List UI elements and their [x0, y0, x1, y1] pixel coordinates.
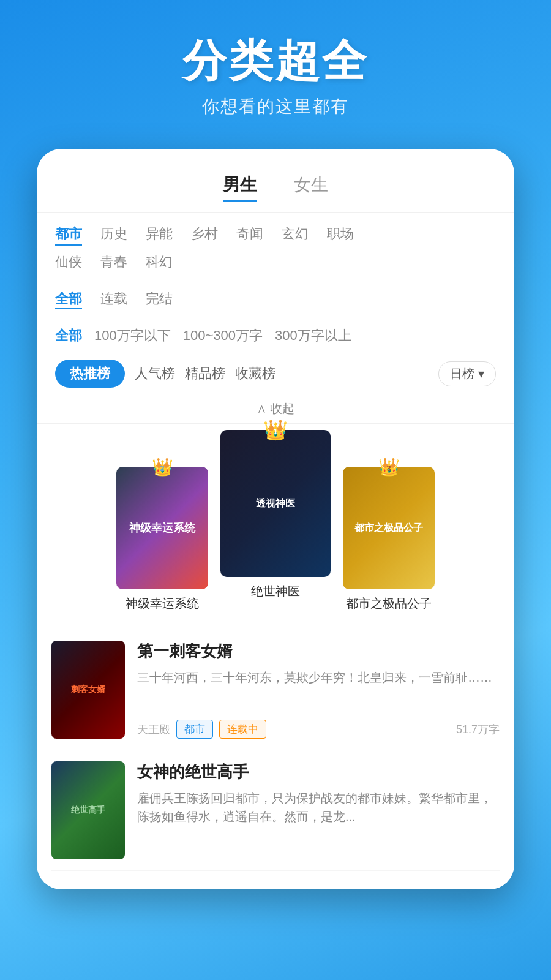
category-row-1: 都市 历史 异能 乡村 奇闻 玄幻 职场 [55, 225, 496, 246]
cat-qingchun[interactable]: 青春 [100, 253, 127, 271]
rank1-badge: 👑 1 [264, 419, 287, 441]
rank-hot[interactable]: 热推榜 [55, 360, 125, 388]
cat-xuanhuan[interactable]: 玄幻 [282, 225, 309, 246]
book-author-1: 天王殿 [137, 722, 170, 737]
rank2-cover: 神级幸运系统 [116, 467, 208, 589]
top3-section: 👑 2 神级幸运系统 神级幸运系统 👑 1 [37, 424, 514, 624]
wc-over300[interactable]: 300万字以上 [275, 326, 351, 345]
tab-female[interactable]: 女生 [294, 173, 328, 202]
wordcount-row: 全部 100万字以下 100~300万字 300万字以上 [55, 326, 496, 345]
rank3-cover: 都市之极品公子 [343, 467, 435, 589]
rank2-badge: 👑 2 [151, 456, 173, 478]
cat-qiwen[interactable]: 奇闻 [236, 225, 263, 246]
rank1-cover: 透视神医 [220, 430, 331, 577]
tab-male[interactable]: 男生 [223, 173, 257, 202]
book-words-1: 51.7万字 [456, 722, 500, 737]
book-title-2: 女神的绝世高手 [137, 761, 500, 783]
category-row-2: 仙侠 青春 科幻 [55, 253, 496, 271]
rank3-badge: 👑 3 [378, 456, 400, 478]
wordcount-section: 全部 100万字以下 100~300万字 300万字以上 [37, 322, 514, 353]
book-item[interactable]: 刺客女婿 第一刺客女婿 三十年河西，三十年河东，莫欺少年穷！北皇归来，一雪前耻…… [51, 630, 500, 750]
wc-100-300[interactable]: 100~300万字 [183, 326, 263, 345]
ranking-section: 热推榜 人气榜 精品榜 收藏榜 日榜 ▾ [37, 353, 514, 394]
top3-rank2-cover-wrap: 👑 2 神级幸运系统 [116, 467, 208, 589]
cat-xiangcun[interactable]: 乡村 [191, 225, 218, 246]
top3-rank3[interactable]: 👑 3 都市之极品公子 都市之极品公子 [343, 467, 435, 611]
category-section: 都市 历史 异能 乡村 奇闻 玄幻 职场 仙侠 青春 科幻 [37, 213, 514, 285]
status-section: 全部 连载 完结 [37, 285, 514, 322]
book-tag-ongoing[interactable]: 连载中 [219, 720, 266, 739]
top3-rank1-cover-wrap: 👑 1 透视神医 [220, 430, 331, 577]
book-meta-1: 天王殿 都市 连载中 51.7万字 [137, 720, 500, 739]
rank-favorites[interactable]: 收藏榜 [235, 360, 276, 388]
chevron-down-icon: ▾ [478, 366, 484, 381]
book-thumb-1: 刺客女婿 [51, 641, 125, 739]
cat-lishi[interactable]: 历史 [100, 225, 127, 246]
gender-tabs: 男生 女生 [37, 167, 514, 213]
book-desc-2: 雇佣兵王陈扬回归都市，只为保护战友的都市妹妹。繁华都市里，陈扬如鱼得水，逍遥自在… [137, 789, 500, 859]
wc-under100[interactable]: 100万字以下 [94, 326, 171, 345]
book-list: 刺客女婿 第一刺客女婿 三十年河西，三十年河东，莫欺少年穷！北皇归来，一雪前耻…… [37, 624, 514, 877]
rank3-title: 都市之极品公子 [346, 595, 432, 611]
cat-yineng[interactable]: 异能 [146, 225, 173, 246]
rank1-title: 绝世神医 [251, 583, 300, 599]
top3-rank1[interactable]: 👑 1 透视神医 绝世神医 [220, 430, 331, 599]
book-title-1: 第一刺客女婿 [137, 641, 500, 662]
rank-quality[interactable]: 精品榜 [185, 360, 225, 388]
status-all[interactable]: 全部 [55, 290, 82, 309]
rank-popular[interactable]: 人气榜 [135, 360, 175, 388]
wc-all[interactable]: 全部 [55, 326, 82, 345]
top3-rank2[interactable]: 👑 2 神级幸运系统 神级幸运系统 [116, 467, 208, 611]
cat-zhichang[interactable]: 职场 [327, 225, 354, 246]
phone-wrapper: 男生 女生 都市 历史 异能 乡村 奇闻 玄幻 职场 仙侠 青春 科幻 [0, 149, 551, 889]
book-info-2: 女神的绝世高手 雇佣兵王陈扬回归都市，只为保护战友的都市妹妹。繁华都市里，陈扬如… [137, 761, 500, 859]
cat-kehuan[interactable]: 科幻 [146, 253, 173, 271]
status-ongoing[interactable]: 连载 [100, 290, 127, 309]
book-info-1: 第一刺客女婿 三十年河西，三十年河东，莫欺少年穷！北皇归来，一雪前耻…… 天王殿… [137, 641, 500, 739]
cat-xianxia[interactable]: 仙侠 [55, 253, 82, 271]
rank2-title: 神级幸运系统 [126, 595, 199, 611]
status-row: 全部 连载 完结 [55, 290, 496, 309]
rank-period-selector[interactable]: 日榜 ▾ [438, 361, 496, 386]
cat-dushi[interactable]: 都市 [55, 225, 82, 246]
hero-subtitle: 你想看的这里都有 [12, 95, 539, 118]
book-desc-1: 三十年河西，三十年河东，莫欺少年穷！北皇归来，一雪前耻…… [137, 668, 500, 712]
status-finished[interactable]: 完结 [146, 290, 173, 309]
phone-mockup: 男生 女生 都市 历史 异能 乡村 奇闻 玄幻 职场 仙侠 青春 科幻 [37, 149, 514, 889]
chevron-up-icon: ∧ [257, 402, 267, 415]
book-thumb-2: 绝世高手 [51, 761, 125, 859]
top3-rank3-cover-wrap: 👑 3 都市之极品公子 [343, 467, 435, 589]
book-tag-city[interactable]: 都市 [176, 720, 213, 739]
book-item-2[interactable]: 绝世高手 女神的绝世高手 雇佣兵王陈扬回归都市，只为保护战友的都市妹妹。繁华都市… [51, 750, 500, 871]
hero-section: 分类超全 你想看的这里都有 [0, 0, 551, 143]
hero-title: 分类超全 [12, 37, 539, 85]
